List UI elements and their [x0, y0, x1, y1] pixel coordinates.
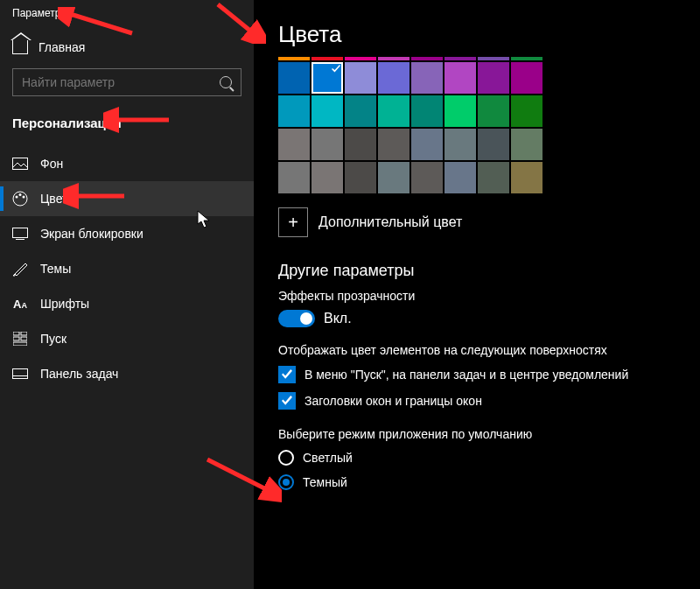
color-swatch[interactable]	[411, 129, 443, 160]
checkbox-icon	[278, 366, 296, 383]
main-panel: Цвета + Дополнительный цвет Другие парам…	[254, 0, 700, 589]
svg-rect-12	[13, 369, 28, 379]
transparency-toggle-row: Вкл.	[278, 310, 700, 327]
color-swatch[interactable]	[478, 129, 509, 160]
color-swatch[interactable]	[478, 162, 509, 193]
color-swatch[interactable]	[278, 162, 310, 193]
color-swatch[interactable]	[444, 95, 476, 127]
mode-light[interactable]: Светлый	[278, 450, 700, 466]
recent-color	[444, 57, 476, 60]
svg-rect-11	[13, 342, 27, 346]
window-title: Параметры	[0, 0, 254, 23]
start-icon	[12, 331, 28, 347]
app-mode-label: Выберите режим приложения по умолчанию	[278, 427, 700, 441]
color-swatch[interactable]	[511, 95, 542, 127]
custom-color-button[interactable]: + Дополнительный цвет	[278, 207, 462, 237]
svg-point-4	[23, 196, 25, 199]
radio-icon	[278, 450, 294, 466]
radio-label: Темный	[303, 475, 347, 489]
recent-colors-row	[278, 57, 700, 60]
svg-rect-0	[13, 158, 28, 170]
color-swatch[interactable]	[411, 162, 443, 193]
transparency-state: Вкл.	[324, 311, 352, 326]
color-swatch[interactable]	[278, 62, 310, 94]
color-swatch[interactable]	[444, 62, 476, 94]
search-input[interactable]	[22, 75, 220, 89]
svg-point-2	[16, 196, 18, 199]
color-swatch[interactable]	[478, 95, 509, 127]
transparency-label: Эффекты прозрачности	[278, 289, 700, 303]
color-swatch[interactable]	[444, 129, 476, 160]
sidebar-item-lockscreen[interactable]: Экран блокировки	[0, 216, 254, 251]
color-swatch[interactable]	[345, 62, 376, 94]
color-grid	[278, 62, 700, 193]
color-swatch[interactable]	[312, 162, 343, 193]
sidebar-item-fonts[interactable]: AA Шрифты	[0, 286, 254, 321]
custom-color-label: Дополнительный цвет	[318, 214, 462, 230]
color-swatch[interactable]	[278, 129, 310, 160]
sidebar-item-themes[interactable]: Темы	[0, 251, 254, 286]
home-link[interactable]: Главная	[0, 23, 254, 61]
recent-color	[411, 57, 443, 60]
svg-rect-9	[13, 337, 19, 340]
color-swatch[interactable]	[378, 62, 410, 94]
surface-check-start[interactable]: В меню "Пуск", на панели задач и в центр…	[278, 366, 700, 383]
svg-rect-8	[21, 332, 27, 335]
color-swatch[interactable]	[278, 95, 310, 127]
surface-check-titlebars[interactable]: Заголовки окон и границы окон	[278, 392, 700, 410]
svg-rect-5	[13, 228, 28, 238]
sidebar-item-label: Фон	[40, 157, 63, 171]
color-swatch[interactable]	[478, 62, 509, 94]
page-title: Цвета	[278, 21, 700, 48]
background-icon	[12, 156, 28, 172]
color-swatch[interactable]	[345, 129, 376, 160]
color-swatch[interactable]	[312, 62, 343, 94]
color-swatch[interactable]	[378, 162, 410, 193]
sidebar-item-label: Темы	[40, 262, 71, 276]
search-box[interactable]	[12, 68, 242, 96]
radio-label: Светлый	[303, 451, 353, 465]
color-swatch[interactable]	[345, 162, 376, 193]
sidebar: Параметры Главная Персонализация Фон Цве…	[0, 0, 254, 589]
transparency-toggle[interactable]	[278, 310, 315, 327]
color-swatch[interactable]	[444, 162, 476, 193]
sidebar-item-start[interactable]: Пуск	[0, 321, 254, 356]
checkbox-icon	[278, 392, 296, 410]
color-swatch[interactable]	[511, 62, 542, 94]
colors-icon	[12, 191, 28, 207]
sidebar-item-label: Экран блокировки	[40, 227, 144, 241]
recent-color	[478, 57, 509, 60]
recent-color	[345, 57, 376, 60]
recent-color	[511, 57, 542, 60]
color-swatch[interactable]	[511, 162, 542, 193]
search-icon	[220, 76, 232, 88]
fonts-icon: AA	[12, 296, 28, 312]
themes-icon	[12, 261, 28, 277]
sidebar-item-label: Панель задач	[40, 367, 118, 381]
checkbox-label: В меню "Пуск", на панели задач и в центр…	[304, 368, 628, 382]
sidebar-item-label: Цвета	[40, 192, 74, 206]
radio-icon	[278, 474, 294, 490]
color-swatch[interactable]	[411, 95, 443, 127]
color-swatch[interactable]	[312, 95, 343, 127]
recent-color	[278, 57, 310, 60]
home-icon	[12, 40, 28, 54]
sidebar-item-background[interactable]: Фон	[0, 146, 254, 181]
sidebar-item-label: Пуск	[40, 332, 66, 346]
color-swatch[interactable]	[312, 129, 343, 160]
sidebar-item-taskbar[interactable]: Панель задач	[0, 356, 254, 391]
svg-rect-10	[21, 337, 27, 340]
section-title: Персонализация	[0, 103, 254, 146]
color-swatch[interactable]	[345, 95, 376, 127]
sidebar-item-colors[interactable]: Цвета	[0, 181, 254, 216]
plus-icon: +	[278, 207, 308, 237]
color-swatch[interactable]	[378, 129, 410, 160]
color-swatch[interactable]	[411, 62, 443, 94]
surface-label: Отображать цвет элементов на следующих п…	[278, 343, 700, 357]
recent-color	[312, 57, 343, 60]
sidebar-item-label: Шрифты	[40, 297, 89, 311]
color-swatch[interactable]	[378, 95, 410, 127]
svg-point-3	[19, 193, 22, 196]
mode-dark[interactable]: Темный	[278, 474, 700, 490]
color-swatch[interactable]	[511, 129, 542, 160]
